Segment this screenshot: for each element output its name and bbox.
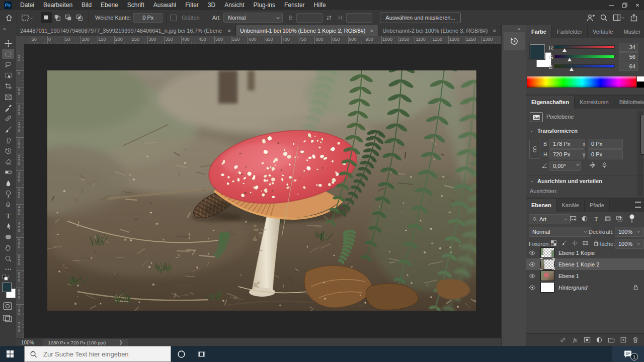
properties-scrollbar[interactable]: [637, 111, 643, 196]
layer-thumbnail[interactable]: [540, 282, 554, 293]
link-dimensions-icon[interactable]: [529, 140, 540, 159]
transform-b-input[interactable]: 178 Px: [549, 139, 585, 149]
tab-eigenschaften[interactable]: Eigenschaften: [526, 96, 575, 109]
channel-G-slider-thumb[interactable]: [568, 58, 572, 61]
transform-y-input[interactable]: 0 Px: [588, 149, 623, 159]
pen-tool[interactable]: [2, 200, 14, 210]
path-select-tool[interactable]: [2, 221, 14, 231]
folder-icon[interactable]: [608, 336, 615, 343]
new-layer-icon[interactable]: [620, 336, 627, 343]
channel-R-value[interactable]: 34: [619, 43, 638, 52]
transform-h-input[interactable]: 720 Px: [549, 149, 585, 159]
new-selection-button[interactable]: [41, 12, 52, 23]
trash-icon[interactable]: [632, 336, 639, 343]
eraser-tool[interactable]: [2, 156, 14, 166]
dock-expand-icon[interactable]: «: [518, 26, 521, 32]
tab-ebenen[interactable]: Ebenen: [526, 199, 557, 212]
vertical-ruler[interactable]: 50 0 50 100 150 200 250 300 350 400 450 …: [16, 44, 25, 338]
menu-auswahl[interactable]: Auswahl: [149, 0, 181, 10]
layer-row[interactable]: Ebene 1 Kopie: [526, 247, 644, 258]
toolbar-collapse-icon[interactable]: »: [3, 26, 6, 32]
channel-G-slider[interactable]: [554, 55, 615, 58]
menu-bild[interactable]: Bild: [77, 0, 96, 10]
tab-close-icon[interactable]: ✕: [493, 28, 497, 34]
channel-G-value[interactable]: 56: [619, 52, 638, 61]
share-user-icon[interactable]: [586, 14, 595, 22]
document-tab[interactable]: Unbenannt-1 bei 100% (Ebene 1 Kopie 2, R…: [236, 25, 378, 36]
start-button[interactable]: [0, 346, 20, 362]
horizontal-ruler[interactable]: 50 0 50 100 150 200 250 300 350 400 450 …: [24, 36, 501, 45]
layer-row[interactable]: Hintergrund: [526, 282, 644, 293]
zoom-tool[interactable]: [2, 253, 14, 263]
intersect-selection-button[interactable]: [74, 12, 85, 23]
tab-close-icon[interactable]: ✕: [227, 28, 231, 34]
style-select[interactable]: Normal: [223, 13, 283, 23]
task-view-icon[interactable]: [191, 346, 211, 362]
tab-korrekturen[interactable]: Korrekturen: [575, 96, 614, 109]
channel-B-slider-thumb[interactable]: [570, 67, 574, 71]
edit-toolbar-tool[interactable]: [2, 264, 14, 274]
layer-thumbnail[interactable]: [540, 247, 554, 258]
tab-bibliotheken[interactable]: Bibliotheken: [614, 96, 644, 109]
history-brush-tool[interactable]: [2, 146, 14, 156]
filter-smart-object-icon[interactable]: [616, 215, 623, 222]
layer-visibility-eye-icon[interactable]: [526, 249, 538, 256]
document-tab[interactable]: 244487011_1907497946087977_3599219399748…: [16, 25, 236, 36]
stamp-tool[interactable]: [2, 135, 14, 145]
flip-horizontal-icon[interactable]: [589, 161, 596, 169]
menu-bearbeiten[interactable]: Bearbeiten: [39, 0, 77, 10]
angle-chevron-icon[interactable]: [576, 162, 580, 167]
layer-visibility-eye-icon[interactable]: [526, 261, 538, 268]
opacity-input[interactable]: 100%: [615, 227, 644, 237]
layer-visibility-eye-icon[interactable]: [526, 273, 538, 280]
ruler-origin-box[interactable]: [16, 36, 25, 45]
blend-mode-select[interactable]: Normal: [529, 227, 591, 237]
search-icon[interactable]: [600, 14, 608, 22]
filter-adjustment-icon[interactable]: [581, 215, 588, 222]
gradient-tool[interactable]: [2, 167, 14, 177]
fx-icon[interactable]: fx: [572, 336, 579, 343]
history-panel-icon[interactable]: [504, 32, 525, 50]
cortana-icon[interactable]: [171, 346, 191, 362]
document-tab[interactable]: Unbenannt-2 bei 100% (Ebene 3, RGB/8#) *…: [378, 25, 501, 36]
filter-toggle-icon[interactable]: [629, 214, 635, 224]
menu-schrift[interactable]: Schrift: [123, 0, 149, 10]
object-selection-tool[interactable]: [2, 70, 14, 80]
tab-pfade[interactable]: Pfade: [585, 199, 610, 212]
menu-datei[interactable]: Datei: [16, 0, 39, 10]
filter-frame-filter-icon[interactable]: [604, 215, 611, 222]
share-export-icon[interactable]: [630, 14, 638, 22]
transform-x-input[interactable]: 0 Px: [588, 139, 623, 149]
blur-tool[interactable]: [2, 178, 14, 188]
black-swatch[interactable]: [636, 81, 644, 88]
swap-dimensions-icon[interactable]: [326, 14, 333, 21]
frame-lock-icon[interactable]: [582, 240, 589, 246]
layer-filter-select[interactable]: Art: [529, 214, 571, 224]
channel-B-slider[interactable]: [554, 64, 615, 68]
tab-verl-ufe[interactable]: Verläufe: [588, 25, 618, 38]
tool-preset-marquee-icon[interactable]: [21, 13, 33, 22]
checker-lock-icon[interactable]: [550, 240, 557, 246]
layer-name[interactable]: Ebene 1: [558, 273, 579, 279]
menu-fenster[interactable]: Fenster: [280, 0, 309, 10]
hand-tool[interactable]: [2, 243, 14, 253]
mask-icon[interactable]: [584, 336, 591, 343]
layer-row[interactable]: Ebene 1 Kopie 2: [526, 258, 644, 270]
select-and-mask-button[interactable]: Auswählen und maskieren...: [380, 13, 460, 23]
move-lock-icon[interactable]: [572, 240, 578, 246]
home-icon[interactable]: [5, 14, 13, 22]
transform-collapse-icon[interactable]: ⌄: [530, 128, 534, 133]
layer-name[interactable]: Ebene 1 Kopie: [558, 250, 595, 256]
layer-name[interactable]: Hintergrund: [558, 285, 587, 291]
foreground-color-swatch[interactable]: [2, 283, 12, 292]
minimize-button[interactable]: [605, 0, 618, 10]
menu-3d[interactable]: 3D: [203, 0, 220, 10]
adjustment-icon[interactable]: [596, 336, 603, 343]
panel-foreground-swatch[interactable]: [530, 44, 545, 59]
close-button[interactable]: ✕: [631, 0, 644, 10]
eyedropper-tool[interactable]: [2, 103, 14, 113]
tab-kan-le[interactable]: Kanäle: [557, 199, 585, 212]
status-chevron-icon[interactable]: ❯: [119, 340, 123, 345]
antialias-checkbox[interactable]: [170, 15, 177, 21]
channel-R-slider-thumb[interactable]: [562, 48, 567, 52]
